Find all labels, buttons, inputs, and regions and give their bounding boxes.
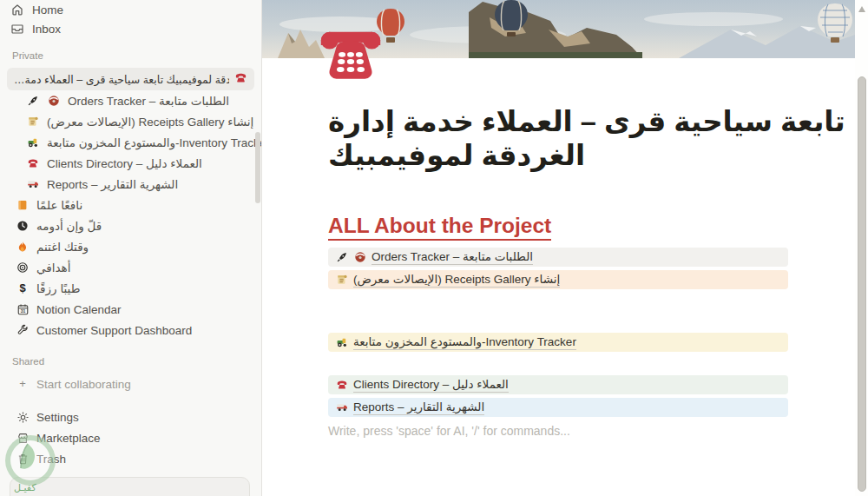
trash-icon: [16, 452, 30, 466]
section-heading[interactable]: ALL About the Project: [328, 215, 551, 241]
home-icon: [10, 3, 24, 17]
sidebar-item-label: Settings: [36, 411, 79, 424]
page-body: إدارة‎ خدمة‎ العملاء‎ –‎ قرى‎ سياحية‎ تا…: [262, 105, 788, 438]
editor-placeholder[interactable]: Write, press 'space' for AI, '/' for com…: [328, 424, 788, 438]
main-scrollbar[interactable]: [855, 0, 868, 496]
sidebar-item-customer-service-page[interactable]: …دمة‎ العملاء‎ –‎ قرى‎ سياحية‎ تابعة‎ لم…: [7, 68, 254, 90]
sidebar-item-label: (معرض‎ الإيصالات)‎ Receipts Gallery إنشا…: [47, 115, 253, 129]
sidebar-item-label: متابعة‎ المخزون‎ والمستودع‎-Inventory Tr…: [47, 136, 261, 149]
sidebar-bottom-card[interactable]: [10, 477, 250, 496]
page-link-label[interactable]: Clients Directory – دليل‎ العملاء‎: [353, 377, 509, 393]
target-icon: [16, 261, 30, 274]
page-link-label[interactable]: Reports – التقارير‎ الشهرية‎: [353, 400, 484, 415]
private-section-label: Private: [0, 49, 261, 63]
sidebar-item-label: اغتنم‎ وقتك‎: [36, 240, 89, 254]
sidebar-item-label: Marketplace: [36, 432, 101, 445]
sidebar-item-label: Reports – التقارير‎ الشهرية‎: [47, 177, 178, 191]
sidebar-item-orders-tracker[interactable]: Orders Tracker – متابعة‎ الطلبات‎: [0, 90, 261, 111]
clock-icon: [16, 219, 30, 233]
calendar-icon: 31: [16, 302, 30, 316]
tractor-icon: [26, 136, 40, 149]
yoyo-icon: [353, 251, 366, 264]
inbox-icon: [10, 22, 24, 36]
scroll-icon: [26, 115, 40, 129]
sidebar-item-inbox[interactable]: Inbox: [0, 19, 261, 38]
main-scrollbar-thumb[interactable]: [858, 76, 866, 492]
sidebar-item-consistency[interactable]: أدومه‎ وإن‎ قلّ‎: [0, 215, 261, 236]
start-collaborating-button[interactable]: + Start collaborating: [0, 374, 261, 394]
sidebar-item-home[interactable]: Home: [0, 0, 261, 19]
page-link-label[interactable]: متابعة‎ المخزون‎ والمستودع‎-Inventory Tr…: [353, 334, 576, 350]
truck-icon: [26, 177, 40, 191]
page-title: إدارة‎ خدمة‎ العملاء‎ –‎ قرى‎ سياحية‎ تا…: [328, 105, 788, 173]
sidebar-item-marketplace[interactable]: Marketplace: [0, 427, 261, 448]
sidebar-item-reports[interactable]: Reports – التقارير‎ الشهرية‎: [0, 174, 261, 195]
page-link-receipts-gallery[interactable]: (معرض‎ الإيصالات)‎ Receipts Gallery إنشا…: [328, 270, 788, 289]
sidebar-item-label: Home: [32, 3, 63, 17]
sidebar-item-label: Customer Support Dashboard: [36, 324, 192, 337]
sidebar-item-seize-your-time[interactable]: اغتنم‎ وقتك‎: [0, 236, 261, 257]
sidebar-item-receipts-gallery[interactable]: (معرض‎ الإيصالات)‎ Receipts Gallery إنشا…: [0, 111, 261, 132]
svg-text:31: 31: [20, 308, 25, 314]
gear-icon: [16, 410, 30, 424]
sidebar-item-label: Trash: [36, 453, 66, 466]
sidebar-item-clients-directory[interactable]: Clients Directory – دليل‎ العملاء‎: [0, 153, 261, 174]
sidebar-item-label: Orders Tracker – متابعة‎ الطلبات‎: [68, 94, 229, 108]
page-link-label[interactable]: (معرض‎ الإيصالات)‎ Receipts Gallery إنشا…: [353, 272, 560, 288]
sidebar-item-customer-support-dashboard[interactable]: Customer Support Dashboard: [0, 320, 261, 341]
sidebar-item-good-provision[interactable]: $ رزقًا‎ طيبًا‎: [0, 278, 261, 299]
tractor-icon: [335, 336, 348, 349]
page-icon-telephone[interactable]: [318, 23, 384, 85]
sidebar-item-my-goals[interactable]: أهدافي: [0, 257, 261, 278]
sidebar-item-label: أهدافي: [36, 261, 70, 274]
telephone-icon: [234, 71, 247, 87]
sidebar-item-trash[interactable]: Trash: [0, 448, 261, 469]
page-title-line1: إدارة‎ خدمة‎ العملاء‎ –‎ قرى‎ سياحية‎ تا…: [328, 105, 788, 139]
sidebar-item-label: علمًا‎ نافعًا‎: [36, 198, 82, 212]
notion-app-window: Home Inbox Private …دمة‎ العملاء‎ –‎ قرى…: [0, 0, 868, 496]
sidebar-footer: Settings Marketplace Trash: [0, 407, 261, 469]
sidebar-item-beneficial-knowledge[interactable]: علمًا‎ نافعًا‎: [0, 195, 261, 215]
sidebar-scrollbar-thumb[interactable]: [255, 132, 260, 203]
storefront-icon: [16, 431, 30, 445]
scroll-up-arrow-icon[interactable]: [858, 6, 865, 12]
telephone-icon: [318, 23, 384, 85]
sidebar-item-label: Clients Directory – دليل‎ العملاء‎: [47, 156, 202, 170]
page-link-orders-tracker[interactable]: Orders Tracker – متابعة‎ الطلبات‎: [328, 248, 788, 267]
page-link-reports[interactable]: Reports – التقارير‎ الشهرية‎: [328, 398, 788, 417]
sidebar-item-label: …دمة‎ العملاء‎ –‎ قرى‎ سياحية‎ تابعة‎ لم…: [14, 73, 229, 86]
fire-icon: [16, 240, 30, 254]
start-collaborating-label: Start collaborating: [36, 378, 131, 391]
shared-section-label: Shared: [0, 354, 261, 368]
dollar-icon: $: [16, 281, 30, 295]
sidebar: Home Inbox Private …دمة‎ العملاء‎ –‎ قرى…: [0, 0, 262, 496]
sidebar-item-notion-calendar[interactable]: 31 Notion Calendar: [0, 299, 261, 320]
sidebar-item-label: أدومه‎ وإن‎ قلّ‎: [36, 219, 102, 233]
book-icon: [16, 198, 30, 212]
sidebar-item-settings[interactable]: Settings: [0, 407, 261, 427]
scroll-icon: [335, 274, 348, 287]
nib-icon: [26, 94, 40, 108]
sidebar-item-inventory-tracker[interactable]: متابعة‎ المخزون‎ والمستودع‎-Inventory Tr…: [0, 132, 261, 153]
sidebar-item-label: رزقًا‎ طيبًا‎: [36, 281, 80, 295]
truck-icon: [335, 401, 348, 414]
page-link-clients-directory[interactable]: Clients Directory – دليل‎ العملاء‎: [328, 375, 788, 394]
sidebar-item-label: Inbox: [32, 23, 61, 36]
telephone-icon: [26, 156, 40, 170]
plus-icon: +: [16, 377, 30, 391]
main-content: إدارة‎ خدمة‎ العملاء‎ –‎ قرى‎ سياحية‎ تا…: [262, 0, 868, 496]
wrench-icon: [16, 323, 30, 337]
telephone-icon: [335, 379, 348, 392]
nib-icon: [335, 251, 348, 264]
page-link-label[interactable]: Orders Tracker – متابعة‎ الطلبات‎: [372, 249, 533, 265]
sidebar-item-label: Notion Calendar: [36, 303, 122, 316]
page-link-inventory-tracker[interactable]: متابعة‎ المخزون‎ والمستودع‎-Inventory Tr…: [328, 333, 788, 352]
yoyo-icon: [47, 94, 61, 108]
page-title-line2: لموفيمبيك‎ الغردقة‎: [328, 139, 788, 173]
